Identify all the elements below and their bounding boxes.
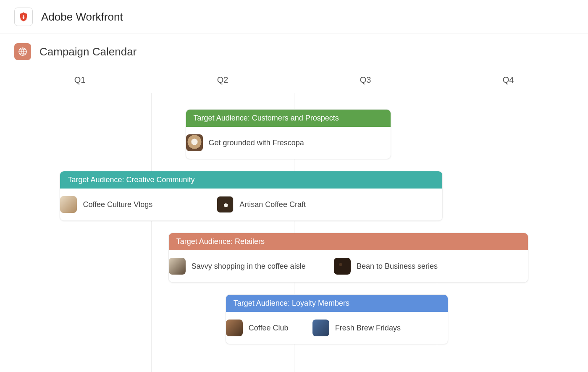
lane-card[interactable]: Target Audience: Loyalty MembersCoffee C… [226, 294, 448, 344]
calendar: Q1 Q2 Q3 Q4 Target Audience: Customers a… [8, 68, 580, 372]
quarter-header-row: Q1 Q2 Q3 Q4 [8, 68, 580, 92]
campaign-thumbnail [334, 258, 351, 275]
page-title: Campaign Calendar [39, 45, 136, 58]
swimlane-retailers: Target Audience: RetailersSavvy shopping… [168, 233, 528, 283]
campaign-label: Coffee Club [249, 324, 289, 333]
campaign-thumbnail [217, 196, 234, 213]
swimlane-loyalty-members: Target Audience: Loyalty MembersCoffee C… [226, 294, 448, 344]
app-header: Adobe Workfront [0, 0, 588, 34]
lane-card[interactable]: Target Audience: Customers and Prospects… [186, 109, 391, 159]
lane-card[interactable]: Target Audience: RetailersSavvy shopping… [168, 233, 528, 283]
campaign-item-frescopa[interactable]: Get grounded with Frescopa [186, 134, 304, 151]
lion-icon [18, 11, 29, 22]
campaign-item-coffee-club[interactable]: Coffee Club [226, 320, 289, 336]
lane-card[interactable]: Target Audience: Creative CommunityCoffe… [60, 171, 442, 221]
swimlane-creative-community: Target Audience: Creative CommunityCoffe… [60, 171, 442, 221]
lane-header: Target Audience: Retailers [169, 233, 528, 250]
campaign-label: Artisan Coffee Craft [239, 200, 306, 209]
campaign-thumbnail [60, 196, 77, 213]
globe-icon [14, 43, 31, 60]
swimlane-customers-prospects: Target Audience: Customers and Prospects… [186, 109, 391, 159]
campaign-label: Coffee Culture Vlogs [83, 200, 152, 209]
lane-body: Coffee ClubFresh Brew Fridays [226, 312, 448, 344]
quarter-label-q1: Q1 [8, 75, 151, 85]
campaign-label: Get grounded with Frescopa [209, 139, 304, 147]
campaign-item-bean-to-business[interactable]: Bean to Business series [334, 258, 438, 275]
lane-header: Target Audience: Customers and Prospects [186, 110, 391, 127]
lane-header: Target Audience: Loyalty Members [226, 295, 448, 312]
lane-body: Savvy shopping in the coffee aisleBean t… [169, 250, 528, 282]
app-title: Adobe Workfront [41, 10, 123, 24]
campaign-label: Savvy shopping in the coffee aisle [192, 262, 306, 271]
campaign-item-fresh-brew-fridays[interactable]: Fresh Brew Fridays [312, 320, 401, 336]
lane-body: Get grounded with Frescopa [186, 127, 391, 159]
quarter-label-q2: Q2 [151, 75, 294, 85]
lane-body: Coffee Culture VlogsArtisan Coffee Craft [60, 189, 442, 220]
campaign-item-artisan-coffee-craft[interactable]: Artisan Coffee Craft [217, 196, 306, 213]
quarter-label-q4: Q4 [437, 75, 580, 85]
campaign-thumbnail [226, 320, 243, 336]
campaign-label: Bean to Business series [357, 262, 438, 271]
campaign-thumbnail [169, 258, 186, 275]
campaign-thumbnail [186, 134, 203, 151]
campaign-item-savvy-shopping[interactable]: Savvy shopping in the coffee aisle [169, 258, 306, 275]
lane-header: Target Audience: Creative Community [60, 171, 442, 189]
swimlane-container: Target Audience: Customers and Prospects… [8, 92, 580, 372]
campaign-item-coffee-culture-vlogs[interactable]: Coffee Culture Vlogs [60, 196, 152, 213]
campaign-label: Fresh Brew Fridays [335, 324, 401, 333]
quarter-label-q3: Q3 [294, 75, 437, 85]
page-header: Campaign Calendar [0, 34, 588, 68]
brave-logo [14, 8, 33, 26]
campaign-thumbnail [312, 320, 329, 336]
